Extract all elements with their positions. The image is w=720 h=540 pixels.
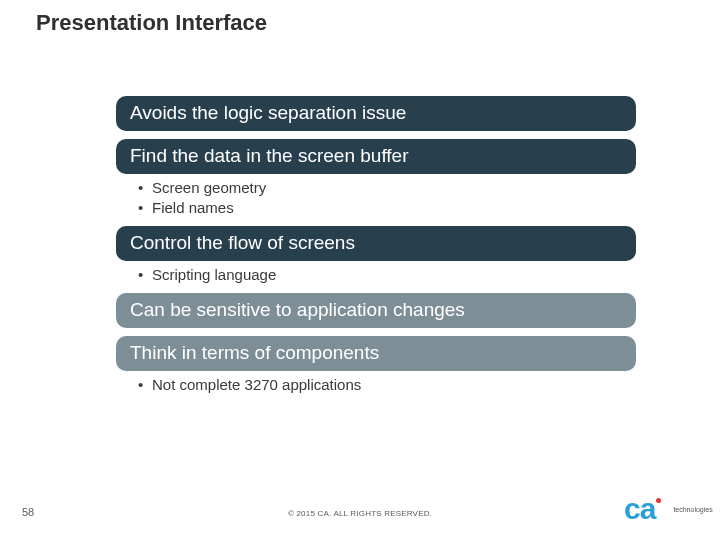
sub-item: •Screen geometry	[138, 178, 636, 198]
ca-logo-text: ca	[624, 492, 655, 525]
point-avoids-logic: Avoids the logic separation issue	[116, 96, 636, 131]
sub-control-flow: •Scripting language	[116, 261, 636, 293]
slide-title: Presentation Interface	[36, 10, 267, 36]
ca-logo-subtext: technologies	[673, 506, 712, 513]
sub-item-text: Scripting language	[152, 266, 276, 283]
point-sensitive-changes: Can be sensitive to application changes	[116, 293, 636, 328]
ca-logo: ca technologies	[624, 486, 704, 532]
sub-find-data: •Screen geometry •Field names	[116, 174, 636, 227]
point-control-flow: Control the flow of screens	[116, 226, 636, 261]
slide-content: Avoids the logic separation issue Find t…	[116, 96, 636, 403]
copyright-text: © 2015 CA. ALL RIGHTS RESERVED.	[0, 509, 720, 518]
ca-logo-mark: ca	[624, 492, 655, 526]
sub-item-text: Screen geometry	[152, 179, 266, 196]
sub-item-text: Not complete 3270 applications	[152, 376, 361, 393]
sub-item: •Not complete 3270 applications	[138, 375, 636, 395]
sub-item: •Field names	[138, 198, 636, 218]
sub-think-components: •Not complete 3270 applications	[116, 371, 636, 403]
sub-item-text: Field names	[152, 199, 234, 216]
ca-logo-dot-icon	[656, 498, 661, 503]
point-find-data: Find the data in the screen buffer	[116, 139, 636, 174]
sub-item: •Scripting language	[138, 265, 636, 285]
point-think-components: Think in terms of components	[116, 336, 636, 371]
